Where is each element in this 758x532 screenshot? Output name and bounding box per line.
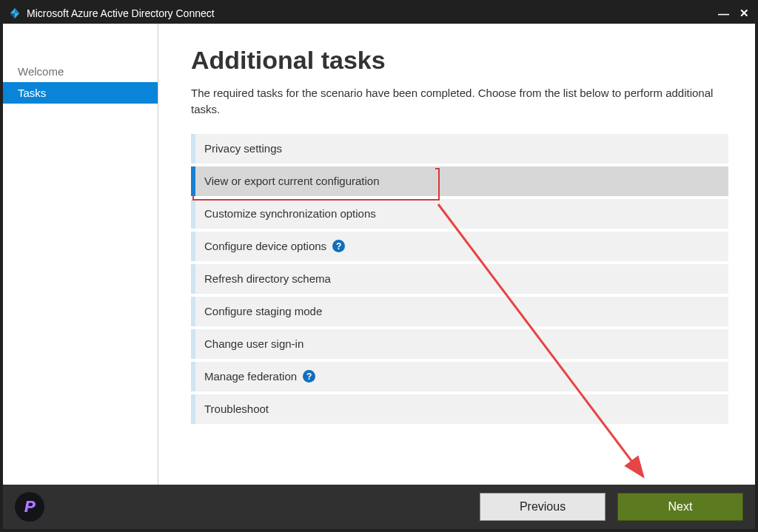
svg-marker-1 — [15, 8, 19, 13]
sidebar: Welcome Tasks — [3, 24, 158, 485]
task-refresh-schema[interactable]: Refresh directory schema — [191, 264, 728, 294]
main-content: Additional tasks The required tasks for … — [158, 24, 755, 485]
task-staging-mode[interactable]: Configure staging mode — [191, 297, 728, 326]
sidebar-item-welcome[interactable]: Welcome — [3, 61, 158, 82]
task-label: View or export current configuration — [195, 175, 380, 187]
svg-marker-2 — [10, 13, 15, 18]
brand-badge: P — [15, 492, 44, 522]
task-label: Privacy settings — [195, 142, 282, 155]
task-label: Change user sign-in — [195, 337, 303, 350]
minimize-button[interactable]: — — [718, 7, 729, 20]
close-button[interactable]: ✕ — [739, 7, 749, 20]
task-label: Configure staging mode — [195, 305, 322, 317]
previous-button[interactable]: Previous — [480, 493, 606, 521]
help-icon[interactable]: ? — [332, 240, 345, 252]
task-privacy-settings[interactable]: Privacy settings — [191, 134, 728, 164]
task-customize-sync[interactable]: Customize synchronization options — [191, 199, 728, 229]
task-view-export-config[interactable]: View or export current configuration — [191, 166, 435, 196]
task-label: Customize synchronization options — [195, 207, 376, 220]
azure-logo-icon — [9, 7, 21, 19]
app-window: Microsoft Azure Active Directory Connect… — [0, 0, 758, 532]
next-button[interactable]: Next — [617, 493, 743, 521]
task-label: Manage federation — [195, 370, 297, 383]
task-manage-federation[interactable]: Manage federation ? — [191, 362, 728, 391]
task-change-signin[interactable]: Change user sign-in — [191, 329, 728, 359]
titlebar: Microsoft Azure Active Directory Connect… — [3, 3, 755, 24]
page-intro: The required tasks for the scenario have… — [191, 85, 728, 118]
task-label: Refresh directory schema — [195, 272, 331, 285]
page-title: Additional tasks — [191, 46, 728, 75]
sidebar-item-tasks[interactable]: Tasks — [3, 82, 158, 104]
task-label: Configure device options — [195, 240, 326, 252]
task-troubleshoot[interactable]: Troubleshoot — [191, 394, 728, 424]
task-label: Troubleshoot — [195, 403, 269, 415]
window-title: Microsoft Azure Active Directory Connect — [27, 7, 215, 19]
help-icon[interactable]: ? — [303, 370, 315, 383]
footer: P Previous Next — [3, 485, 755, 529]
task-configure-device[interactable]: Configure device options ? — [191, 232, 728, 261]
